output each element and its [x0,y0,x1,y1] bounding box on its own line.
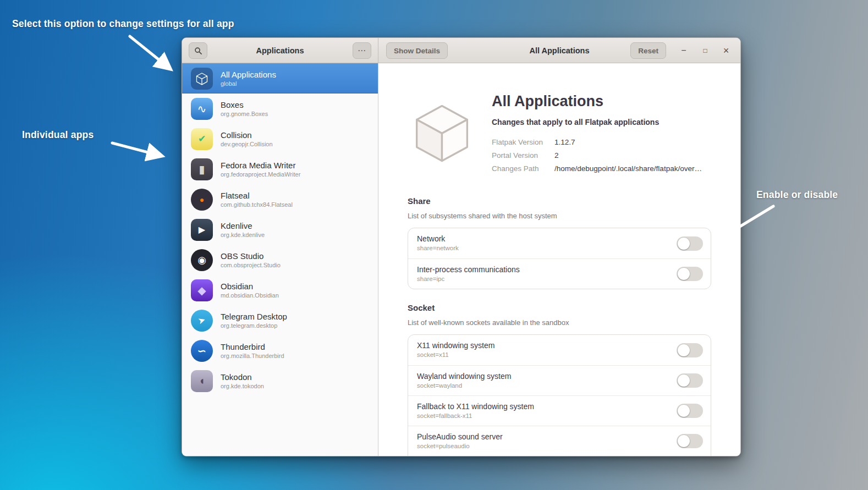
ipc-toggle[interactable] [677,267,703,281]
collision-app-icon: ✔ [191,128,213,150]
permission-name: PulseAudio sound server [417,432,702,441]
wayland-toggle[interactable] [677,373,703,388]
section-title-share: Share [408,196,431,206]
fedora-media-writer-app-icon: ▮ [191,158,213,180]
app-text: Tokodon org.kde.tokodon [221,372,264,389]
app-name: All Applications [221,70,276,79]
app-text: Thunderbird org.mozilla.Thunderbird [221,342,284,359]
close-button[interactable]: × [718,42,734,59]
permission-row-fallback-x11: Fallback to X11 windowing system socket=… [408,395,711,426]
telegram-app-icon: ➤ [191,310,213,332]
fmw-glyph: ▮ [199,163,205,176]
kdenlive-glyph: ▶ [199,224,205,235]
all-applications-large-icon [408,98,476,169]
maximize-button[interactable]: □ [697,42,713,59]
cube-icon [195,71,209,86]
pulseaudio-toggle[interactable] [677,434,703,448]
sidebar-item-kdenlive[interactable]: ▶ Kdenlive org.kde.kdenlive [182,214,378,245]
app-text: Obsidian md.obsidian.Obsidian [221,282,279,299]
sidebar-item-boxes[interactable]: ∿ Boxes org.gnome.Boxes [182,93,378,124]
sidebar-title: Applications [182,38,378,63]
flatseal-glyph: ● [200,195,204,204]
annotation-enable-disable: Enable or disable [756,189,838,201]
sidebar-item-telegram-desktop[interactable]: ➤ Telegram Desktop org.telegram.desktop [182,305,378,335]
page-title: All Applications [492,93,603,110]
app-name: Flatseal [221,191,293,200]
telegram-glyph: ➤ [197,314,207,326]
sidebar-item-flatseal[interactable]: ● Flatseal com.github.tchx84.Flatseal [182,184,378,214]
titlebar-right: Show Details All Applications Reset − □ … [378,38,740,63]
app-name: Fedora Media Writer [221,161,300,170]
fallback-x11-toggle[interactable] [677,404,703,418]
maximize-icon: □ [703,47,707,54]
permission-detail: socket=wayland [417,382,702,389]
app-id: com.obsproject.Studio [221,262,281,268]
thunderbird-app-icon: ∽ [191,340,213,362]
minimize-icon: − [681,46,686,56]
titlebar-left: Applications ⋯ [182,38,378,63]
sidebar-item-fedora-media-writer[interactable]: ▮ Fedora Media Writer org.fedoraproject.… [182,154,378,184]
titlebar: Applications ⋯ Show Details All Applicat… [182,38,740,63]
obs-glyph: ◉ [197,254,206,266]
sidebar-item-thunderbird[interactable]: ∽ Thunderbird org.mozilla.Thunderbird [182,335,378,366]
app-name: Tokodon [221,372,264,382]
app-text: Telegram Desktop org.telegram.desktop [221,312,287,329]
app-sidebar: All Applications global ∿ Boxes org.gnom… [182,63,378,456]
thunderbird-glyph: ∽ [197,344,207,357]
section-desc-share: List of subsystems shared with the host … [408,212,557,220]
app-name: Thunderbird [221,342,284,351]
page-subtitle: Changes that apply to all Flatpak applic… [492,118,659,126]
sidebar-item-obsidian[interactable]: ◆ Obsidian md.obsidian.Obsidian [182,275,378,305]
app-name: Telegram Desktop [221,312,287,321]
permission-name: Inter-process communications [417,265,702,274]
annotation-individual-apps: Individual apps [22,129,94,141]
permission-detail: share=ipc [417,276,702,282]
toggle-knob [678,238,690,250]
app-id: global [221,80,276,87]
detail-value: 2 [554,151,559,159]
permission-detail: socket=fallback-x11 [417,412,702,419]
app-text: OBS Studio com.obsproject.Studio [221,251,281,268]
toggle-knob [678,435,690,447]
permission-name: Wayland windowing system [417,372,702,381]
network-toggle[interactable] [677,236,703,251]
permission-row-pulseaudio: PulseAudio sound server socket=pulseaudi… [408,426,711,456]
section-title-socket: Socket [408,303,435,312]
toggle-knob [678,268,690,280]
sidebar-item-collision[interactable]: ✔ Collision dev.geopjr.Collision [182,124,378,154]
toggle-knob [678,375,690,387]
minimize-button[interactable]: − [675,42,692,59]
share-permissions-card: Network share=network Inter-process comm… [408,228,711,289]
app-id: org.telegram.desktop [221,322,287,329]
app-name: Boxes [221,100,268,109]
sidebar-item-tokodon[interactable]: ◖ Tokodon org.kde.tokodon [182,366,378,396]
detail-flatpak-version: Flatpak Version 1.12.7 [492,135,702,148]
permission-row-x11: X11 windowing system socket=x11 [408,335,711,365]
app-name: Kdenlive [221,221,265,230]
permission-name: X11 windowing system [417,341,702,350]
permissions-panel: All Applications Changes that apply to a… [378,63,740,456]
arrow-to-app-list [112,143,161,156]
permission-row-wayland: Wayland windowing system socket=wayland [408,365,711,395]
menu-button[interactable]: ⋯ [353,42,371,59]
permission-name: Network [417,234,702,243]
menu-icon: ⋯ [358,46,366,56]
detail-changes-path: Changes Path /home/debugpoint/.local/sha… [492,162,702,175]
app-text: Fedora Media Writer org.fedoraproject.Me… [221,161,300,178]
sidebar-item-obs-studio[interactable]: ◉ OBS Studio com.obsproject.Studio [182,245,378,275]
app-name: Collision [221,130,273,140]
x11-toggle[interactable] [677,343,703,357]
app-name: Obsidian [221,282,279,291]
detail-label: Flatpak Version [492,138,554,146]
permission-detail: socket=pulseaudio [417,443,702,449]
toggle-knob [678,405,690,417]
reset-button[interactable]: Reset [630,42,666,59]
detail-label: Portal Version [492,151,554,159]
tokodon-glyph: ◖ [199,375,205,387]
detail-value: 1.12.7 [554,138,575,146]
app-id: org.gnome.Boxes [221,111,268,117]
sidebar-item-all-applications[interactable]: All Applications global [182,63,378,93]
detail-portal-version: Portal Version 2 [492,148,702,162]
detail-label: Changes Path [492,164,554,173]
app-id: org.mozilla.Thunderbird [221,353,284,359]
